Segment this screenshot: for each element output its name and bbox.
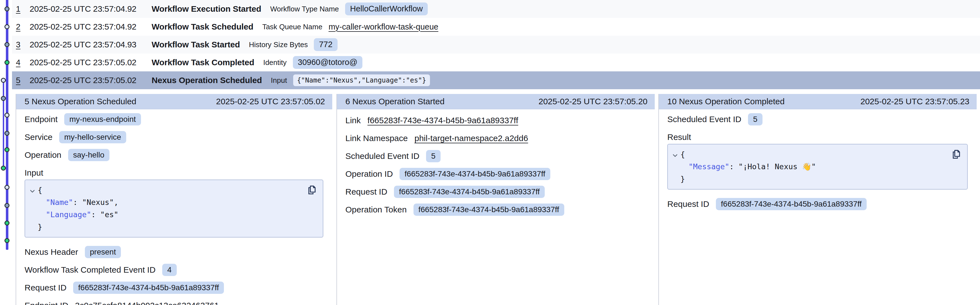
panel-header: 6 Nexus Operation Started 2025-02-25 UTC… (337, 94, 655, 109)
timeline-main-line (6, 0, 8, 250)
json-input-viewer: { "Name": "Nexus", "Language": "es" } (25, 180, 323, 237)
chevron-down-icon[interactable] (671, 150, 679, 158)
panel-header: 5 Nexus Operation Scheduled 2025-02-25 U… (16, 94, 332, 109)
timeline-event-dot[interactable] (5, 203, 10, 208)
json-result-viewer: { "Message": "¡Hola! Nexus 👋" } (667, 144, 968, 190)
timeline-event-dot[interactable] (1, 166, 6, 171)
timeline-event-dot[interactable] (5, 221, 10, 226)
field-label: Endpoint (25, 115, 57, 124)
panel-title: 5 Nexus Operation Scheduled (25, 97, 136, 106)
history-event-row-selected[interactable]: 5 2025-02-25 UTC 23:57:05.02 Nexus Opera… (12, 71, 980, 89)
endpoint-id-link[interactable]: 3c0c75ccfa8144b092c13ce632463761 (75, 301, 219, 305)
timeline-event-dot[interactable] (5, 6, 10, 11)
timeline-event-dot[interactable] (1, 78, 6, 83)
panel-header: 10 Nexus Operation Completed 2025-02-25 … (659, 94, 977, 109)
field-label: Request ID (667, 199, 709, 209)
timeline-event-dot[interactable] (5, 60, 10, 65)
field-value-badge: my-nexus-endpoint (64, 113, 141, 126)
timeline-event-dot[interactable] (5, 238, 10, 243)
field-label: Input (25, 168, 43, 178)
event-id-link[interactable]: 5 (12, 76, 30, 85)
field-label: Operation ID (345, 169, 393, 179)
field-value-badge: f665283f-743e-4374-b45b-9a61a89337ff (73, 281, 224, 294)
panel-title: 10 Nexus Operation Completed (667, 97, 784, 106)
field-label: Request ID (25, 283, 67, 292)
timeline-event-dot[interactable] (5, 147, 10, 152)
link-namespace-link[interactable]: phil-target-namespace2.a2dd6 (414, 134, 528, 143)
event-detail-badge: 30960@totoro@ (293, 56, 363, 69)
field-value-badge: f665283f-743e-4374-b45b-9a61a89337ff (394, 186, 545, 198)
event-id-link[interactable]: 4 (12, 58, 30, 67)
panel-timestamp: 2025-02-25 UTC 23:57:05.02 (216, 97, 325, 106)
link-event-link[interactable]: f665283f-743e-4374-b45b-9a61a89337ff (368, 116, 518, 125)
event-timestamp: 2025-02-25 UTC 23:57:04.93 (30, 40, 152, 49)
field-value-badge: 4 (162, 264, 177, 276)
task-queue-link[interactable]: my-caller-workflow-task-queue (329, 22, 438, 32)
timeline-event-dot[interactable] (5, 185, 10, 190)
event-name: Workflow Task Completed (152, 58, 255, 67)
field-value-badge: f665283f-743e-4374-b45b-9a61a89337ff (716, 198, 867, 210)
event-id-link[interactable]: 2 (12, 22, 30, 32)
history-event-row[interactable]: 1 2025-02-25 UTC 23:57:04.92 Workflow Ex… (12, 0, 980, 18)
field-label: Operation (25, 150, 61, 160)
history-event-row[interactable]: 2 2025-02-25 UTC 23:57:04.92 Workflow Ta… (12, 18, 980, 36)
event-id-link[interactable]: 1 (12, 5, 30, 14)
panel-nexus-operation-scheduled: 5 Nexus Operation Scheduled 2025-02-25 U… (16, 94, 332, 305)
event-name: Workflow Execution Started (152, 4, 261, 14)
field-value-badge: my-hello-service (59, 131, 126, 144)
event-timestamp: 2025-02-25 UTC 23:57:04.92 (30, 4, 152, 14)
nexus-branch-line (3, 80, 4, 169)
event-detail-label: Task Queue Name (262, 22, 322, 31)
field-label: Link Namespace (345, 134, 407, 143)
field-label: Service (25, 133, 52, 142)
event-detail-label: Input (271, 76, 287, 85)
field-value-badge: 5 (426, 150, 441, 163)
panel-timestamp: 2025-02-25 UTC 23:57:05.23 (861, 97, 969, 106)
event-detail-label: History Size Bytes (249, 40, 308, 49)
field-label: Result (667, 133, 691, 142)
workflow-history-view: 1 2025-02-25 UTC 23:57:04.92 Workflow Ex… (0, 0, 980, 305)
field-label: Operation Token (345, 205, 407, 214)
field-value-badge: f665283f-743e-4374-b45b-9a61a89337ff (414, 204, 564, 216)
event-timestamp: 2025-02-25 UTC 23:57:04.92 (30, 22, 152, 32)
field-label: Scheduled Event ID (667, 115, 741, 124)
timeline-event-dot[interactable] (1, 96, 6, 101)
history-event-row[interactable]: 4 2025-02-25 UTC 23:57:05.02 Workflow Ta… (12, 54, 980, 71)
timeline-event-dot[interactable] (5, 24, 10, 29)
event-input-badge: {"Name":"Nexus","Language":"es"} (293, 74, 430, 86)
panel-title: 6 Nexus Operation Started (345, 97, 444, 106)
field-label: Link (345, 116, 361, 125)
panel-nexus-operation-started: 6 Nexus Operation Started 2025-02-25 UTC… (336, 94, 655, 305)
field-value-badge: f665283f-743e-4374-b45b-9a61a89337ff (399, 168, 550, 180)
panel-timestamp: 2025-02-25 UTC 23:57:05.20 (539, 97, 648, 106)
event-name: Workflow Task Scheduled (152, 22, 253, 32)
field-value-badge: present (85, 246, 121, 258)
event-detail-badge: 772 (314, 38, 337, 51)
copy-icon[interactable] (950, 149, 962, 161)
event-detail-badge: HelloCallerWorkflow (345, 3, 428, 15)
field-value-badge: 5 (748, 113, 762, 126)
event-name: Nexus Operation Scheduled (152, 76, 262, 85)
event-timestamp: 2025-02-25 UTC 23:57:05.02 (30, 58, 152, 67)
field-label: Request ID (345, 187, 387, 196)
copy-icon[interactable] (306, 185, 317, 196)
event-detail-label: Workflow Type Name (270, 5, 339, 13)
event-id-link[interactable]: 3 (12, 40, 30, 49)
field-label: Scheduled Event ID (345, 152, 419, 161)
event-detail-label: Identity (263, 58, 287, 67)
timeline-event-dot[interactable] (5, 131, 10, 136)
field-label: Endpoint ID (25, 301, 68, 305)
panel-nexus-operation-completed: 10 Nexus Operation Completed 2025-02-25 … (659, 94, 977, 305)
timeline-event-dot[interactable] (5, 42, 10, 47)
event-name: Workflow Task Started (152, 40, 240, 49)
event-timestamp: 2025-02-25 UTC 23:57:05.02 (30, 76, 152, 85)
field-label: Nexus Header (25, 247, 78, 257)
field-value-badge: say-hello (68, 149, 110, 161)
history-event-row[interactable]: 3 2025-02-25 UTC 23:57:04.93 Workflow Ta… (12, 36, 980, 54)
field-label: Workflow Task Completed Event ID (25, 265, 156, 275)
chevron-down-icon[interactable] (29, 186, 36, 193)
timeline-event-dot[interactable] (5, 113, 10, 118)
